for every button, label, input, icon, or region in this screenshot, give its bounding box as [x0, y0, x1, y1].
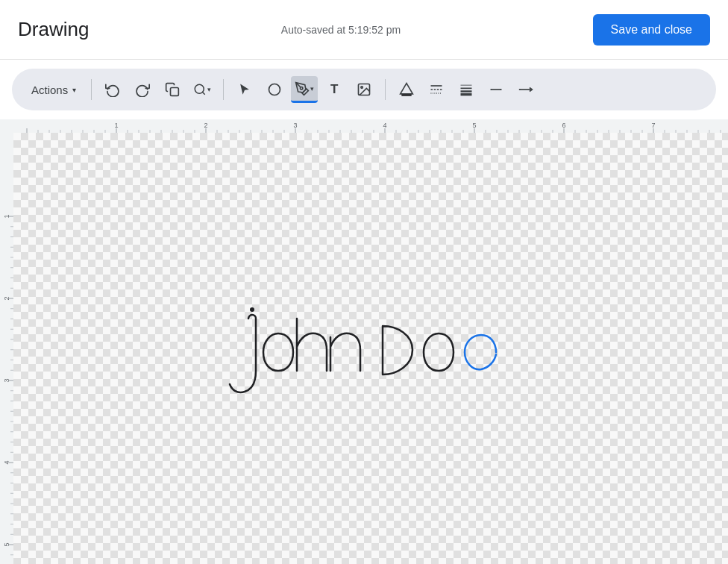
border-weight-icon	[458, 82, 474, 97]
toolbar-divider-2	[223, 79, 224, 100]
select-arrow-icon	[237, 82, 252, 97]
zoom-button[interactable]: ▾	[189, 76, 216, 103]
pen-button[interactable]: ▾	[291, 76, 318, 103]
toolbar: Actions ▾	[12, 69, 716, 110]
canvas-container[interactable]	[0, 119, 728, 564]
vertical-ruler	[0, 119, 13, 564]
text-icon: T	[330, 82, 338, 97]
long-line-icon	[518, 82, 534, 97]
toolbar-divider-1	[91, 79, 92, 100]
svg-rect-0	[171, 88, 179, 96]
shapes-icon	[267, 82, 282, 97]
select-copy-icon	[165, 82, 180, 97]
image-button[interactable]	[351, 76, 377, 103]
svg-line-2	[203, 92, 205, 94]
redo-button[interactable]	[129, 76, 156, 103]
undo-icon	[105, 82, 120, 97]
text-button[interactable]: T	[321, 76, 348, 103]
short-line-button[interactable]	[483, 76, 509, 103]
select-copy-button[interactable]	[159, 76, 186, 103]
svg-point-4	[301, 87, 303, 89]
canvas-inner[interactable]	[13, 133, 728, 564]
actions-dropdown-arrow: ▾	[72, 86, 76, 94]
toolbar-divider-3	[385, 79, 386, 100]
auto-save-status: Auto-saved at 5:19:52 pm	[281, 24, 401, 36]
main-content: Actions ▾	[0, 60, 728, 564]
v-ruler-canvas	[0, 119, 13, 564]
border-weight-button[interactable]	[453, 76, 480, 103]
svg-point-20	[250, 307, 254, 312]
actions-label: Actions	[31, 84, 68, 96]
header: Drawing Auto-saved at 5:19:52 pm Save an…	[0, 0, 728, 60]
zoom-dropdown-arrow: ▾	[207, 86, 211, 93]
horizontal-ruler	[13, 119, 728, 133]
image-icon	[357, 82, 371, 97]
h-ruler-canvas	[13, 119, 728, 133]
border-style-icon	[428, 82, 445, 97]
svg-point-3	[269, 84, 280, 95]
pen-color-icon	[399, 82, 414, 97]
signature-drawing	[204, 289, 539, 408]
pen-dropdown-arrow: ▾	[310, 85, 314, 93]
undo-button[interactable]	[99, 76, 126, 103]
zoom-icon	[193, 83, 207, 96]
redo-icon	[135, 82, 150, 97]
short-line-icon	[488, 82, 504, 97]
long-line-button[interactable]	[512, 76, 539, 103]
svg-point-1	[195, 84, 204, 93]
svg-point-6	[361, 87, 363, 89]
drawing-title: Drawing	[18, 18, 89, 41]
select-arrow-button[interactable]	[231, 76, 258, 103]
border-style-button[interactable]	[423, 76, 450, 103]
save-close-button[interactable]: Save and close	[593, 14, 710, 46]
drawing-area-wrapper	[13, 119, 728, 564]
pen-icon	[295, 81, 310, 96]
actions-button[interactable]: Actions ▾	[24, 76, 84, 103]
line-color-button[interactable]	[393, 76, 420, 103]
shapes-button[interactable]	[261, 76, 288, 103]
